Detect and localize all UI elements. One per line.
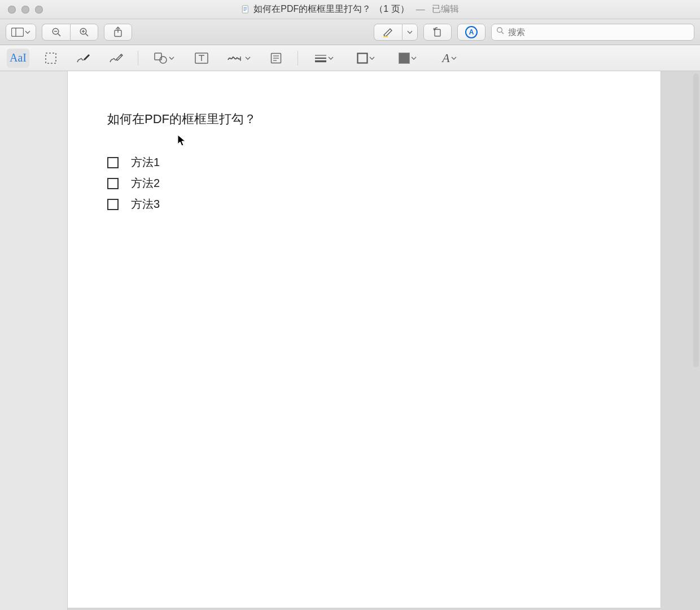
checkbox-icon[interactable] xyxy=(107,157,119,168)
list-item: 方法3 xyxy=(107,197,627,212)
svg-rect-15 xyxy=(383,36,388,37)
sketch-icon xyxy=(76,52,91,64)
border-color-tool[interactable] xyxy=(350,49,382,68)
title-separator: — xyxy=(416,5,425,15)
text-style-icon: A xyxy=(442,51,449,66)
note-icon xyxy=(270,53,282,64)
highlight-group xyxy=(374,24,418,41)
checkbox-icon[interactable] xyxy=(107,178,119,189)
window-title: 如何在PDF的框框里里打勾？ （1 页） — 已编辑 xyxy=(241,3,458,15)
rotate-button[interactable] xyxy=(423,24,452,41)
chevron-down-icon xyxy=(169,55,174,61)
draw-icon xyxy=(109,52,124,64)
note-tool[interactable] xyxy=(265,49,287,68)
zoom-in-button[interactable] xyxy=(70,24,98,41)
content-area: 如何在PDF的框框里打勾？ 方法1 方法2 方法3 xyxy=(0,71,700,610)
svg-rect-16 xyxy=(435,29,440,36)
vertical-scrollbar[interactable] xyxy=(693,73,699,367)
sign-tool[interactable] xyxy=(223,49,255,68)
markup-icon: A xyxy=(465,26,478,38)
rectangular-selection-tool[interactable] xyxy=(40,49,62,68)
document-icon xyxy=(241,5,250,14)
window-titlebar: 如何在PDF的框框里里打勾？ （1 页） — 已编辑 xyxy=(0,0,700,19)
border-weight-tool[interactable] xyxy=(308,49,340,68)
page-viewport[interactable]: 如何在PDF的框框里打勾？ 方法1 方法2 方法3 xyxy=(68,71,700,610)
zoom-out-button[interactable] xyxy=(42,24,70,41)
svg-rect-1 xyxy=(243,7,247,8)
page-count: （1 页） xyxy=(374,3,409,15)
list-item-label: 方法3 xyxy=(131,197,160,212)
zoom-window-button[interactable] xyxy=(35,6,43,14)
markup-toggle-button[interactable]: A xyxy=(457,24,485,41)
traffic-lights xyxy=(0,6,43,14)
chevron-down-icon xyxy=(411,55,417,61)
svg-rect-33 xyxy=(358,53,368,63)
list-item-label: 方法1 xyxy=(131,155,160,170)
share-button[interactable] xyxy=(104,24,132,41)
svg-rect-2 xyxy=(243,8,247,9)
search-input[interactable] xyxy=(508,27,689,37)
svg-rect-3 xyxy=(243,10,246,11)
fill-color-tool[interactable] xyxy=(392,49,423,68)
zoom-group xyxy=(42,24,98,41)
markup-toolbar: AaI A xyxy=(0,45,700,71)
search-icon xyxy=(496,27,505,37)
shapes-tool[interactable] xyxy=(148,49,180,68)
document-title: 如何在PDF的框框里里打勾？ xyxy=(253,3,371,15)
text-box-tool[interactable] xyxy=(190,49,213,68)
line-weight-icon xyxy=(314,54,327,63)
close-window-button[interactable] xyxy=(8,6,16,14)
document-heading: 如何在PDF的框框里打勾？ xyxy=(107,111,627,128)
svg-rect-20 xyxy=(155,53,161,60)
list-item: 方法2 xyxy=(107,176,627,191)
list-item-label: 方法2 xyxy=(131,176,160,191)
svg-line-10 xyxy=(86,33,89,36)
toolbar-divider xyxy=(298,51,298,66)
draw-tool[interactable] xyxy=(105,49,128,68)
search-field[interactable] xyxy=(491,24,694,41)
text-selection-icon: AaI xyxy=(10,51,27,64)
checkbox-icon[interactable] xyxy=(107,199,119,210)
thumbnail-sidebar[interactable] xyxy=(0,71,68,610)
primary-toolbar: A xyxy=(0,19,700,45)
chevron-down-icon xyxy=(245,55,251,61)
border-color-icon xyxy=(357,53,368,64)
chevron-down-icon xyxy=(328,55,334,61)
toolbar-divider xyxy=(138,51,138,66)
svg-rect-4 xyxy=(12,28,24,36)
minimize-window-button[interactable] xyxy=(21,6,29,14)
svg-point-17 xyxy=(497,28,502,33)
svg-line-7 xyxy=(58,33,60,36)
svg-line-18 xyxy=(501,32,504,34)
signature-icon xyxy=(227,53,244,63)
text-style-tool[interactable]: A xyxy=(434,49,465,68)
sidebar-toggle-button[interactable] xyxy=(6,24,36,41)
text-selection-tool[interactable]: AaI xyxy=(7,49,29,68)
highlight-button[interactable] xyxy=(374,24,402,41)
textbox-icon xyxy=(195,53,208,64)
fill-swatch-icon xyxy=(399,53,410,64)
shapes-icon xyxy=(154,53,168,64)
sketch-tool[interactable] xyxy=(72,49,95,68)
highlight-dropdown-button[interactable] xyxy=(402,24,418,41)
svg-rect-19 xyxy=(46,53,56,63)
chevron-down-icon xyxy=(451,55,457,61)
chevron-down-icon xyxy=(369,55,375,61)
pdf-page[interactable]: 如何在PDF的框框里打勾？ 方法1 方法2 方法3 xyxy=(68,71,660,608)
rect-select-icon xyxy=(45,52,57,64)
edited-indicator: 已编辑 xyxy=(432,3,459,15)
list-item: 方法1 xyxy=(107,155,627,170)
